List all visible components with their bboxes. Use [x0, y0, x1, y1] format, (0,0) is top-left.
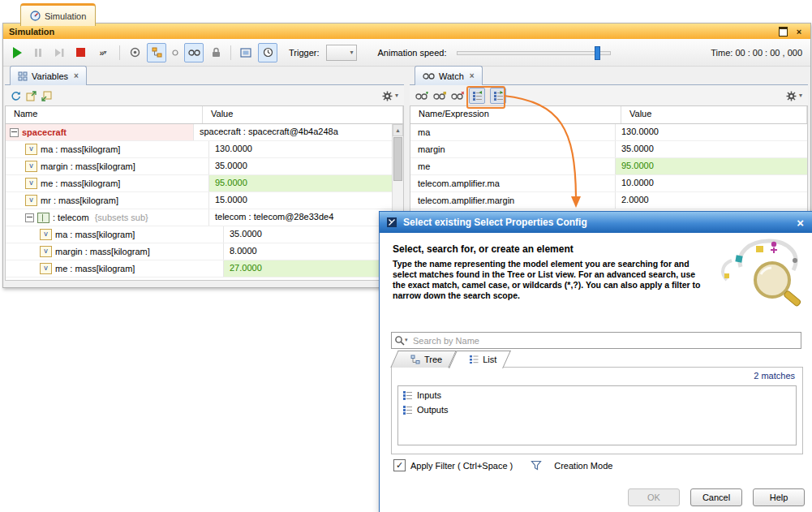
help-button[interactable]: Help	[753, 488, 805, 506]
close-tab-icon[interactable]: ×	[74, 71, 79, 80]
variables-table-body: spacecraftspacecraft : spacecraft@4b4a24…	[6, 124, 393, 280]
value-cell: 8.0000	[224, 243, 393, 260]
scrollbar-up-button[interactable]: ▲	[393, 124, 403, 136]
results-group: 2 matches InputsOutputs	[391, 367, 803, 454]
row-label: me	[418, 159, 430, 174]
animation-speed-label: Animation speed:	[378, 48, 447, 58]
table-row[interactable]: margin35.0000	[410, 141, 807, 158]
table-row[interactable]: me95.0000	[410, 158, 807, 175]
column-header-name[interactable]: Name	[6, 106, 203, 123]
stop-button[interactable]	[71, 44, 89, 62]
trigger-label: Trigger:	[289, 48, 320, 58]
tab-tree[interactable]: Tree	[394, 351, 453, 368]
row-label: telecom.amplifier.margin	[418, 193, 514, 209]
table-row[interactable]: vmargin : mass[kilogram]8.0000	[6, 243, 393, 260]
slider-thumb[interactable]	[595, 46, 600, 60]
row-label: ma	[418, 125, 430, 140]
dialog-body: Select, search for, or create an element…	[380, 233, 812, 511]
screen: Simulation Simulation × »▾	[0, 0, 812, 512]
properties-config-icon	[402, 405, 413, 415]
apply-filter-checkbox[interactable]: ✓	[393, 459, 406, 471]
value-property-icon: v	[40, 246, 52, 257]
ok-button[interactable]: OK	[628, 488, 680, 506]
refresh-button[interactable]	[11, 91, 21, 101]
gear-icon[interactable]	[382, 91, 393, 101]
toolbar-overflow-button[interactable]: »▾	[92, 44, 114, 62]
tab-list[interactable]: List	[453, 351, 507, 368]
table-row[interactable]: vme : mass[kilogram]27.0000	[6, 260, 393, 278]
list-item[interactable]: Outputs	[398, 402, 796, 417]
gear-caret-icon[interactable]: ▾	[799, 93, 802, 99]
table-row[interactable]: vma : mass[kilogram]130.0000	[6, 141, 393, 158]
watch-view-button[interactable]	[184, 43, 204, 62]
dialog-heading: Select, search for, or create an element	[393, 243, 574, 255]
close-icon[interactable]: ×	[793, 26, 805, 37]
name-cell: vma : mass[kilogram]	[6, 141, 209, 157]
simulation-toolbar: »▾ Trigger:	[3, 39, 810, 67]
value-cell: 35.0000	[209, 158, 393, 174]
apply-filter-label: Apply Filter ( Ctrl+Space )	[410, 461, 513, 471]
table-row[interactable]: : telecom{subsets sub}telecom : telecom@…	[6, 209, 393, 226]
table-row[interactable]: ma130.0000	[410, 124, 807, 141]
collapse-icon[interactable]	[25, 213, 34, 222]
column-header-value[interactable]: Value	[203, 106, 403, 123]
tab-simulation[interactable]: Simulation	[20, 3, 96, 26]
table-row[interactable]: telecom.amplifier.margin2.0000	[410, 192, 807, 209]
dialog-title-bar: Select existing Select Properties Config…	[380, 212, 812, 233]
dialog-icon	[386, 217, 397, 228]
edit-watch-button[interactable]	[433, 92, 446, 101]
tab-variables[interactable]: Variables ×	[10, 66, 87, 85]
animation-record-icon[interactable]	[237, 44, 255, 62]
clock-button[interactable]	[258, 43, 277, 62]
collapse-icon[interactable]	[10, 128, 19, 137]
close-icon[interactable]: ×	[794, 217, 806, 229]
table-row[interactable]: vma : mass[kilogram]35.0000	[6, 226, 393, 243]
table-row[interactable]: spacecraftspacecraft : spacecraft@4b4a24…	[6, 124, 393, 141]
scrollbar-thumb[interactable]	[393, 137, 402, 181]
dialog-description: Type the name representing the model ele…	[393, 259, 702, 301]
table-row[interactable]: telecom.amplifier.ma10.0000	[410, 175, 807, 192]
cancel-button[interactable]: Cancel	[690, 488, 742, 506]
search-options-caret-icon[interactable]: ▾	[405, 337, 408, 343]
play-button[interactable]	[8, 44, 26, 62]
tab-label: Simulation	[45, 11, 86, 21]
gear-icon[interactable]	[786, 91, 797, 101]
list-item[interactable]: Inputs	[398, 388, 796, 402]
table-row[interactable]: vme : mass[kilogram]95.0000	[6, 175, 393, 192]
options-icon[interactable]	[126, 44, 144, 62]
table-row[interactable]: vmargin : mass[kilogram]35.0000	[6, 158, 393, 175]
gear-caret-icon[interactable]: ▾	[395, 93, 398, 99]
trigger-select[interactable]: ▾	[326, 45, 357, 61]
breakpoint-icon[interactable]	[170, 44, 181, 62]
animation-speed-slider[interactable]	[457, 46, 611, 59]
float-window-icon[interactable]	[777, 26, 788, 37]
close-tab-icon[interactable]: ×	[470, 71, 475, 80]
table-row[interactable]: vmr : mass[kilogram]15.0000	[6, 192, 393, 209]
name-cell: spacecraft	[6, 124, 194, 140]
export-button[interactable]	[26, 91, 37, 101]
simulation-icon	[30, 11, 41, 21]
dialog-buttons: OK Cancel Help	[628, 488, 805, 506]
column-header-name-expression[interactable]: Name/Expression	[410, 106, 621, 123]
variables-table-header: Name Value	[6, 106, 403, 124]
search-icon[interactable]	[394, 335, 405, 346]
remove-watch-button[interactable]	[451, 92, 464, 101]
row-suffix: {subsets sub}	[95, 210, 148, 226]
show-tree-button[interactable]	[147, 43, 166, 62]
tab-label: Watch	[439, 71, 464, 81]
search-input[interactable]	[391, 332, 801, 349]
column-header-value[interactable]: Value	[621, 106, 807, 123]
select-properties-config-dialog: Select existing Select Properties Config…	[379, 211, 812, 512]
add-watch-button[interactable]	[415, 92, 428, 101]
import-button[interactable]	[41, 91, 52, 101]
value-property-icon: v	[25, 195, 37, 206]
name-cell: telecom.amplifier.margin	[410, 192, 616, 209]
step-button[interactable]	[50, 44, 68, 62]
tab-watch[interactable]: Watch ×	[415, 66, 483, 85]
pause-button[interactable]	[29, 44, 47, 62]
dialog-results-list[interactable]: InputsOutputs	[397, 385, 797, 445]
lock-icon[interactable]	[207, 44, 225, 62]
filter-row: ✓ Apply Filter ( Ctrl+Space ) Creation M…	[393, 459, 612, 471]
filter-icon[interactable]	[531, 460, 542, 471]
row-label: me : mass[kilogram]	[41, 176, 120, 191]
